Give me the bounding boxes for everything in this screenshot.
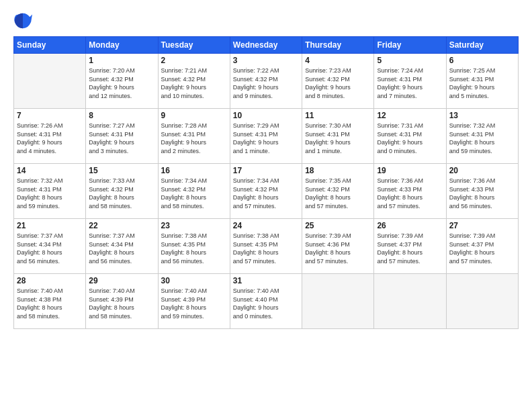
day-number: 23 xyxy=(161,221,227,230)
day-info: Sunrise: 7:38 AM Sunset: 4:35 PM Dayligh… xyxy=(161,232,227,265)
day-info: Sunrise: 7:22 AM Sunset: 4:32 PM Dayligh… xyxy=(233,66,299,100)
day-info: Sunrise: 7:36 AM Sunset: 4:33 PM Dayligh… xyxy=(377,177,443,210)
day-cell: 12Sunrise: 7:31 AM Sunset: 4:31 PM Dayli… xyxy=(374,109,446,164)
day-info: Sunrise: 7:28 AM Sunset: 4:31 PM Dayligh… xyxy=(161,122,227,155)
day-info: Sunrise: 7:40 AM Sunset: 4:38 PM Dayligh… xyxy=(17,287,83,320)
day-number: 8 xyxy=(89,111,154,120)
day-cell: 2Sunrise: 7:21 AM Sunset: 4:32 PM Daylig… xyxy=(158,54,230,109)
day-cell: 1Sunrise: 7:20 AM Sunset: 4:32 PM Daylig… xyxy=(86,54,158,109)
day-number: 21 xyxy=(17,221,83,230)
day-info: Sunrise: 7:32 AM Sunset: 4:31 PM Dayligh… xyxy=(449,122,515,155)
day-cell: 26Sunrise: 7:39 AM Sunset: 4:37 PM Dayli… xyxy=(374,219,446,274)
day-cell: 30Sunrise: 7:40 AM Sunset: 4:39 PM Dayli… xyxy=(158,274,230,329)
day-number: 2 xyxy=(161,56,227,65)
day-cell: 24Sunrise: 7:38 AM Sunset: 4:35 PM Dayli… xyxy=(230,219,302,274)
day-cell: 11Sunrise: 7:30 AM Sunset: 4:31 PM Dayli… xyxy=(302,109,374,164)
day-cell: 19Sunrise: 7:36 AM Sunset: 4:33 PM Dayli… xyxy=(374,164,446,219)
col-header-tuesday: Tuesday xyxy=(158,37,230,54)
day-info: Sunrise: 7:26 AM Sunset: 4:31 PM Dayligh… xyxy=(17,122,83,155)
day-cell: 13Sunrise: 7:32 AM Sunset: 4:31 PM Dayli… xyxy=(446,109,518,164)
day-cell: 8Sunrise: 7:27 AM Sunset: 4:31 PM Daylig… xyxy=(86,109,158,164)
week-row-2: 14Sunrise: 7:32 AM Sunset: 4:31 PM Dayli… xyxy=(14,164,519,219)
day-info: Sunrise: 7:20 AM Sunset: 4:32 PM Dayligh… xyxy=(89,66,154,100)
day-info: Sunrise: 7:35 AM Sunset: 4:32 PM Dayligh… xyxy=(305,177,371,210)
week-row-1: 7Sunrise: 7:26 AM Sunset: 4:31 PM Daylig… xyxy=(14,109,519,164)
day-cell: 9Sunrise: 7:28 AM Sunset: 4:31 PM Daylig… xyxy=(158,109,230,164)
day-cell: 16Sunrise: 7:34 AM Sunset: 4:32 PM Dayli… xyxy=(158,164,230,219)
day-number: 11 xyxy=(305,111,371,120)
col-header-saturday: Saturday xyxy=(446,37,518,54)
day-number: 1 xyxy=(89,56,154,65)
day-number: 12 xyxy=(377,111,443,120)
day-number: 10 xyxy=(233,111,299,120)
day-cell: 15Sunrise: 7:33 AM Sunset: 4:32 PM Dayli… xyxy=(86,164,158,219)
day-number: 27 xyxy=(449,221,515,230)
day-number: 5 xyxy=(377,56,443,65)
day-cell: 3Sunrise: 7:22 AM Sunset: 4:32 PM Daylig… xyxy=(230,54,302,109)
day-info: Sunrise: 7:32 AM Sunset: 4:31 PM Dayligh… xyxy=(17,177,83,210)
day-info: Sunrise: 7:40 AM Sunset: 4:39 PM Dayligh… xyxy=(89,287,154,320)
col-header-wednesday: Wednesday xyxy=(230,37,302,54)
day-number: 15 xyxy=(89,166,154,175)
day-info: Sunrise: 7:36 AM Sunset: 4:33 PM Dayligh… xyxy=(449,177,515,210)
col-header-thursday: Thursday xyxy=(302,37,374,54)
day-info: Sunrise: 7:39 AM Sunset: 4:37 PM Dayligh… xyxy=(377,232,443,265)
day-info: Sunrise: 7:25 AM Sunset: 4:31 PM Dayligh… xyxy=(449,66,515,100)
day-number: 22 xyxy=(89,221,154,230)
day-cell: 18Sunrise: 7:35 AM Sunset: 4:32 PM Dayli… xyxy=(302,164,374,219)
day-cell: 21Sunrise: 7:37 AM Sunset: 4:34 PM Dayli… xyxy=(14,219,86,274)
day-number: 14 xyxy=(17,166,83,175)
day-cell: 17Sunrise: 7:34 AM Sunset: 4:32 PM Dayli… xyxy=(230,164,302,219)
day-number: 19 xyxy=(377,166,443,175)
day-cell: 6Sunrise: 7:25 AM Sunset: 4:31 PM Daylig… xyxy=(446,54,518,109)
col-header-monday: Monday xyxy=(86,37,158,54)
day-number: 6 xyxy=(449,56,515,65)
day-cell xyxy=(14,54,86,109)
week-row-3: 21Sunrise: 7:37 AM Sunset: 4:34 PM Dayli… xyxy=(14,219,519,274)
page: SundayMondayTuesdayWednesdayThursdayFrid… xyxy=(0,0,532,411)
day-cell: 10Sunrise: 7:29 AM Sunset: 4:31 PM Dayli… xyxy=(230,109,302,164)
day-cell: 20Sunrise: 7:36 AM Sunset: 4:33 PM Dayli… xyxy=(446,164,518,219)
day-cell: 23Sunrise: 7:38 AM Sunset: 4:35 PM Dayli… xyxy=(158,219,230,274)
day-number: 4 xyxy=(305,56,371,65)
day-number: 26 xyxy=(377,221,443,230)
day-cell: 31Sunrise: 7:40 AM Sunset: 4:40 PM Dayli… xyxy=(230,274,302,329)
day-info: Sunrise: 7:37 AM Sunset: 4:34 PM Dayligh… xyxy=(17,232,83,265)
day-cell: 7Sunrise: 7:26 AM Sunset: 4:31 PM Daylig… xyxy=(14,109,86,164)
day-info: Sunrise: 7:27 AM Sunset: 4:31 PM Dayligh… xyxy=(89,122,154,155)
col-header-sunday: Sunday xyxy=(14,37,86,54)
logo-icon xyxy=(13,11,32,30)
day-info: Sunrise: 7:39 AM Sunset: 4:37 PM Dayligh… xyxy=(449,232,515,265)
day-info: Sunrise: 7:38 AM Sunset: 4:35 PM Dayligh… xyxy=(233,232,299,265)
day-cell: 29Sunrise: 7:40 AM Sunset: 4:39 PM Dayli… xyxy=(86,274,158,329)
day-number: 28 xyxy=(17,276,83,285)
day-number: 17 xyxy=(233,166,299,175)
day-info: Sunrise: 7:30 AM Sunset: 4:31 PM Dayligh… xyxy=(305,122,371,155)
day-cell: 4Sunrise: 7:23 AM Sunset: 4:32 PM Daylig… xyxy=(302,54,374,109)
day-cell: 14Sunrise: 7:32 AM Sunset: 4:31 PM Dayli… xyxy=(14,164,86,219)
day-number: 16 xyxy=(161,166,227,175)
calendar: SundayMondayTuesdayWednesdayThursdayFrid… xyxy=(13,36,519,329)
calendar-header-row: SundayMondayTuesdayWednesdayThursdayFrid… xyxy=(14,37,519,54)
day-number: 9 xyxy=(161,111,227,120)
day-cell: 25Sunrise: 7:39 AM Sunset: 4:36 PM Dayli… xyxy=(302,219,374,274)
logo xyxy=(13,11,35,30)
day-cell: 27Sunrise: 7:39 AM Sunset: 4:37 PM Dayli… xyxy=(446,219,518,274)
col-header-friday: Friday xyxy=(374,37,446,54)
day-number: 25 xyxy=(305,221,371,230)
day-number: 13 xyxy=(449,111,515,120)
day-info: Sunrise: 7:24 AM Sunset: 4:31 PM Dayligh… xyxy=(377,66,443,100)
day-info: Sunrise: 7:23 AM Sunset: 4:32 PM Dayligh… xyxy=(305,66,371,100)
day-number: 20 xyxy=(449,166,515,175)
week-row-4: 28Sunrise: 7:40 AM Sunset: 4:38 PM Dayli… xyxy=(14,274,519,329)
day-info: Sunrise: 7:40 AM Sunset: 4:39 PM Dayligh… xyxy=(161,287,227,320)
day-cell: 28Sunrise: 7:40 AM Sunset: 4:38 PM Dayli… xyxy=(14,274,86,329)
header xyxy=(13,11,519,30)
day-info: Sunrise: 7:29 AM Sunset: 4:31 PM Dayligh… xyxy=(233,122,299,155)
day-info: Sunrise: 7:34 AM Sunset: 4:32 PM Dayligh… xyxy=(161,177,227,210)
day-cell xyxy=(302,274,374,329)
day-cell: 22Sunrise: 7:37 AM Sunset: 4:34 PM Dayli… xyxy=(86,219,158,274)
day-number: 30 xyxy=(161,276,227,285)
day-number: 29 xyxy=(89,276,154,285)
day-info: Sunrise: 7:40 AM Sunset: 4:40 PM Dayligh… xyxy=(233,287,299,320)
